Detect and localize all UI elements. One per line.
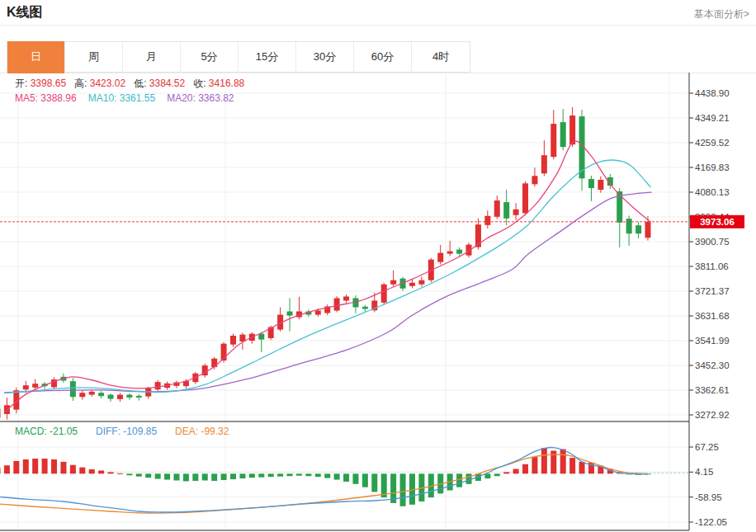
candle[interactable] (98, 391, 104, 398)
macd-bar[interactable] (343, 473, 349, 482)
tab-周[interactable]: 周 (65, 42, 123, 72)
macd-bar[interactable] (513, 469, 519, 474)
macd-bar[interactable] (362, 473, 368, 487)
macd-bar[interactable] (98, 470, 104, 473)
candle[interactable] (475, 219, 481, 250)
candle[interactable] (70, 378, 76, 401)
macd-bar[interactable] (541, 448, 547, 473)
candle[interactable] (362, 305, 368, 312)
candle[interactable] (550, 110, 556, 159)
candle[interactable] (202, 364, 208, 378)
candle[interactable] (352, 295, 358, 313)
macd-bar[interactable] (79, 468, 85, 474)
macd-bar[interactable] (484, 473, 490, 478)
macd-bar[interactable] (211, 473, 217, 481)
macd-bar[interactable] (324, 473, 330, 478)
macd-bar[interactable] (305, 473, 311, 476)
tab-4时[interactable]: 4时 (412, 42, 470, 72)
macd-bar[interactable] (60, 462, 66, 473)
macd-bar[interactable] (400, 473, 406, 506)
tab-5分[interactable]: 5分 (181, 42, 239, 72)
macd-bar[interactable] (560, 450, 566, 474)
macd-bar[interactable] (315, 473, 321, 477)
macd-bar[interactable] (4, 465, 10, 473)
candle[interactable] (117, 393, 123, 402)
candle[interactable] (0, 405, 1, 421)
macd-bar[interactable] (287, 473, 293, 476)
tab-60分[interactable]: 60分 (354, 42, 412, 72)
candle[interactable] (418, 276, 424, 286)
macd-bar[interactable] (258, 473, 264, 477)
candle[interactable] (484, 210, 490, 228)
macd-bar[interactable] (569, 458, 575, 473)
macd-bar[interactable] (51, 459, 57, 473)
macd-bar[interactable] (117, 473, 123, 474)
macd-bar[interactable] (352, 473, 358, 483)
candle[interactable] (447, 241, 453, 257)
macd-bar[interactable] (334, 473, 340, 479)
tab-30分[interactable]: 30分 (296, 42, 354, 72)
candle[interactable] (541, 140, 547, 176)
candle[interactable] (277, 308, 283, 332)
macd-bar[interactable] (277, 473, 283, 476)
macd-bar[interactable] (108, 472, 114, 473)
macd-bar[interactable] (173, 473, 179, 480)
macd-bar[interactable] (192, 473, 198, 481)
tab-15分[interactable]: 15分 (239, 42, 296, 72)
candle[interactable] (108, 393, 114, 402)
macd-bar[interactable] (32, 459, 38, 473)
macd-bar[interactable] (239, 473, 245, 478)
candle[interactable] (126, 393, 132, 400)
macd-bar[interactable] (230, 473, 236, 479)
candle[interactable] (334, 296, 340, 312)
candle[interactable] (588, 176, 594, 201)
candle[interactable] (324, 304, 330, 315)
candle[interactable] (560, 109, 566, 150)
candle[interactable] (503, 190, 509, 225)
macd-bar[interactable] (13, 461, 19, 473)
candle[interactable] (532, 167, 537, 186)
macd-bar[interactable] (183, 473, 189, 481)
macd-bar[interactable] (249, 473, 255, 478)
candle[interactable] (437, 245, 443, 265)
candle[interactable] (466, 242, 472, 257)
macd-bar[interactable] (0, 468, 1, 473)
macd-bar[interactable] (268, 473, 274, 477)
candle[interactable] (287, 298, 293, 331)
candle[interactable] (51, 377, 57, 388)
macd-bar[interactable] (202, 473, 208, 480)
candle[interactable] (494, 195, 500, 219)
macd-bar[interactable] (155, 473, 161, 478)
macd-bar[interactable] (89, 469, 95, 473)
candle[interactable] (136, 394, 142, 401)
macd-bar[interactable] (126, 473, 132, 475)
candle[interactable] (626, 215, 632, 245)
macd-bar[interactable] (23, 459, 29, 473)
macd-bar[interactable] (164, 473, 170, 479)
macd-bar[interactable] (70, 465, 76, 474)
macd-bar[interactable] (145, 473, 151, 478)
macd-bar[interactable] (522, 464, 528, 474)
tab-月[interactable]: 月 (123, 42, 181, 72)
macd-bar[interactable] (136, 473, 142, 476)
macd-bar[interactable] (579, 462, 585, 473)
candle[interactable] (513, 203, 519, 220)
candle[interactable] (381, 283, 387, 304)
candle[interactable] (390, 271, 396, 287)
macd-bar[interactable] (42, 459, 48, 473)
candle[interactable] (79, 390, 85, 399)
macd-bar[interactable] (494, 473, 500, 476)
candle[interactable] (579, 110, 585, 191)
macd-bar[interactable] (371, 473, 377, 492)
candle[interactable] (343, 294, 349, 303)
candle[interactable] (230, 334, 236, 347)
candle[interactable] (598, 177, 603, 193)
candle[interactable] (636, 222, 641, 238)
macd-bar[interactable] (503, 472, 509, 473)
candle[interactable] (258, 332, 264, 352)
candle[interactable] (522, 181, 528, 215)
macd-bar[interactable] (296, 473, 302, 475)
macd-bar[interactable] (221, 473, 227, 480)
tab-日[interactable]: 日 (7, 41, 65, 73)
macd-bar[interactable] (532, 457, 537, 473)
